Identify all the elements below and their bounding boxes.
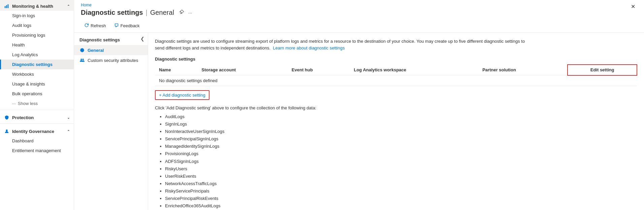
list-item: ServicePrincipalRiskEvents [165,195,637,202]
close-button[interactable]: ✕ [629,3,637,10]
topbar: Home Diagnostic settings | General ··· [74,0,644,33]
chevron-up-icon: ⌃ [67,4,70,8]
svg-rect-1 [6,5,7,8]
col-name: Name [155,65,197,75]
health-label: Health [12,42,25,47]
sidebar-item-diagnostic-settings[interactable]: Diagnostic settings [0,60,74,69]
list-item: SignInLogs [165,120,637,128]
title-icons: ··· [178,9,194,16]
sidebar-item-bulk-operations[interactable]: Bulk operations [0,89,74,99]
page-title: Diagnostic settings [81,9,143,16]
page-title-row: Diagnostic settings | General ··· [81,9,629,16]
breadcrumb[interactable]: Home [81,3,629,7]
list-item: RiskyServicePrincipals [165,187,637,195]
diagnostic-settings-label: Diagnostic settings [12,62,53,67]
sidebar-section-identity-governance-label: Identity Governance [12,129,54,134]
col-partner: Partner solution [478,65,568,75]
no-data-text: No diagnostic settings defined [155,75,568,86]
col-edit-setting: Edit setting [568,65,637,75]
svg-point-6 [82,59,84,60]
pin-icon-button[interactable] [178,9,186,16]
description-text: Diagnostic settings are used to configur… [155,38,525,51]
sidebar-show-less[interactable]: ··· Show less [0,99,74,108]
diagnostic-settings-section-label: Diagnostic settings [155,57,637,62]
provisioning-logs-label: Provisioning logs [12,33,45,38]
sidebar: Monitoring & health ⌃ Sign-in logs Audit… [0,0,74,210]
sidebar-item-signin-logs[interactable]: Sign-in logs [0,11,74,21]
user-group-nav-icon [79,58,85,63]
add-diagnostic-setting-button[interactable]: + Add diagnostic setting [155,90,210,100]
list-item: ProvisioningLogs [165,150,637,158]
list-item: ManagedIdentitySignInLogs [165,143,637,150]
col-eventhub: Event hub [288,65,350,75]
sidebar-item-audit-logs[interactable]: Audit logs [0,21,74,30]
refresh-icon [84,23,89,29]
more-options-button[interactable]: ··· [187,9,194,16]
list-item: ADFSSignInLogs [165,158,637,165]
sidebar-item-entitlement[interactable]: Entitlement management [0,146,74,155]
signin-logs-label: Sign-in logs [12,13,35,18]
click-info-text: Click 'Add Diagnostic setting' above to … [155,105,637,110]
collapse-panel-button[interactable]: ❮ [140,35,145,42]
diagnostic-settings-table: Name Storage account Event hub Log Analy… [155,64,637,86]
refresh-button[interactable]: Refresh [81,21,109,30]
chart-icon [4,3,9,9]
col-log-analytics: Log Analytics workspace [350,65,478,75]
list-item: ServicePrincipalSignInLogs [165,135,637,143]
sidebar-item-usage-insights[interactable]: Usage & insights [0,79,74,89]
table-row-no-data: No diagnostic settings defined [155,75,637,86]
list-item: EnrichedOffice365AuditLogs [165,202,637,210]
sidebar-item-provisioning-logs[interactable]: Provisioning logs [0,30,74,40]
left-nav-custom-security-label: Custom security attributes [88,58,138,63]
svg-point-3 [6,130,7,131]
main-panel: Diagnostic settings are used to configur… [148,33,644,210]
learn-more-link[interactable]: Learn more about diagnostic settings [273,45,345,50]
refresh-label: Refresh [91,23,106,28]
chevron-down-icon: ⌄ [67,116,70,119]
left-nav-panel: ❮ Diagnostic settings General Custom sec… [74,33,148,210]
bulk-operations-label: Bulk operations [12,91,42,96]
left-nav-general-label: General [88,48,104,53]
svg-rect-0 [5,6,6,8]
feedback-button[interactable]: Feedback [111,21,143,30]
sidebar-section-monitoring-label: Monitoring & health [12,4,53,9]
list-item: NonInteractiveUserSignInLogs [165,128,637,135]
sidebar-item-health[interactable]: Health [0,40,74,50]
show-less-label: Show less [18,101,38,106]
governance-icon [4,129,9,134]
feedback-label: Feedback [121,23,140,28]
sidebar-divider-1 [0,110,74,110]
usage-insights-label: Usage & insights [12,81,45,86]
svg-point-5 [80,59,82,60]
sidebar-divider-2 [0,124,74,124]
log-analytics-label: Log Analytics [12,52,38,57]
sidebar-section-monitoring[interactable]: Monitoring & health ⌃ [0,0,74,11]
workbooks-label: Workbooks [12,72,34,77]
col-storage: Storage account [197,65,288,75]
dashboard-label: Dashboard [12,138,34,143]
list-item: UserRiskEvents [165,173,637,180]
svg-rect-2 [8,4,9,8]
sidebar-item-log-analytics[interactable]: Log Analytics [0,50,74,60]
left-nav-item-custom-security[interactable]: Custom security attributes [74,55,148,65]
sidebar-item-workbooks[interactable]: Workbooks [0,69,74,79]
list-item: AuditLogs [165,113,637,120]
left-nav-header: Diagnostic settings [74,35,148,45]
feedback-icon [114,23,119,29]
data-items-list: AuditLogsSignInLogsNonInteractiveUserSig… [155,113,637,210]
left-nav-item-general[interactable]: General [74,45,148,55]
page-title-separator: | [146,9,147,16]
entitlement-label: Entitlement management [12,148,61,153]
sidebar-section-protection-label: Protection [12,115,34,120]
sidebar-section-identity-governance[interactable]: Identity Governance ⌃ [0,125,74,136]
content-area: ❮ Diagnostic settings General Custom sec… [74,33,644,210]
toolbar: Refresh Feedback [81,19,629,32]
page-subtitle: General [150,9,174,16]
list-item: RiskyUsers [165,165,637,173]
shield-icon [4,115,9,120]
sidebar-item-dashboard[interactable]: Dashboard [0,136,74,146]
main-area: Home Diagnostic settings | General ··· [74,0,644,210]
ellipsis-icon: ··· [12,101,16,106]
chevron-up-icon-governance: ⌃ [67,130,70,133]
sidebar-section-protection[interactable]: Protection ⌄ [0,111,74,122]
